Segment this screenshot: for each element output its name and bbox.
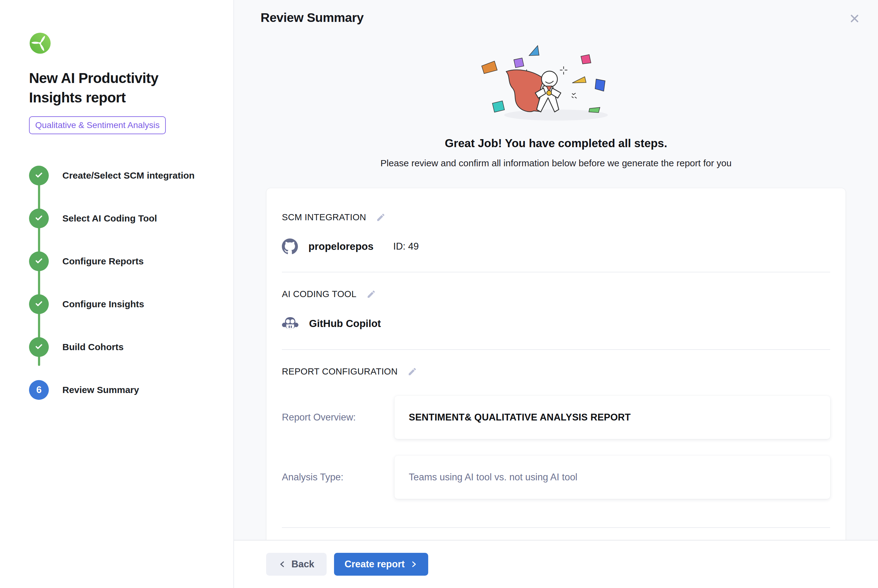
review-summary-card: SCM INTEGRATION propelorepos ID: 49 AI C… [266,188,846,540]
github-copilot-icon [282,315,299,332]
chevron-right-icon [410,560,418,568]
step-active-circle: 6 [29,380,49,400]
step-done-circle [29,251,49,271]
wizard-footer: Back Create report [234,540,878,588]
edit-scm-pencil-icon[interactable] [376,213,386,222]
step-label: Configure Insights [62,299,144,309]
section-divider [282,272,830,272]
analysis-type-value: Teams using AI tool vs. not using AI too… [395,456,830,499]
step-review-summary[interactable]: 6 Review Summary [29,380,216,400]
step-select-ai-coding-tool[interactable]: Select AI Coding Tool [29,208,216,228]
create-report-button-label: Create report [344,559,405,570]
analysis-type-badge: Qualitative & Sentiment Analysis [29,116,166,134]
back-button-label: Back [292,559,314,570]
step-configure-reports[interactable]: Configure Reports [29,251,216,271]
ai-coding-tool-row: GitHub Copilot [282,315,830,332]
report-overview-row: Report Overview: SENTIMENT& QUALITATIVE … [282,396,830,439]
analysis-type-row: Analysis Type: Teams using AI tool vs. n… [282,456,830,499]
report-wizard-title: New AI Productivity Insights report [29,69,186,108]
step-done-circle [29,294,49,314]
report-configuration-label: REPORT CONFIGURATION [282,366,398,376]
close-icon[interactable] [846,10,863,27]
scm-integration-row: propelorepos ID: 49 [282,238,830,255]
step-done-circle [29,208,49,228]
step-label: Create/Select SCM integration [62,170,194,181]
report-overview-label: Report Overview: [282,412,395,423]
step-build-cohorts[interactable]: Build Cohorts [29,337,216,357]
check-icon [34,170,44,181]
back-button[interactable]: Back [266,553,327,576]
wizard-sidebar: New AI Productivity Insights report Qual… [0,0,234,588]
scm-integration-id: ID: 49 [393,241,419,252]
check-icon [34,342,44,352]
congrats-subheading: Please review and confirm all informatio… [266,158,846,168]
step-label: Configure Reports [62,256,144,267]
check-icon [34,213,44,224]
step-label: Select AI Coding Tool [62,213,157,224]
chevron-left-icon [278,560,287,568]
wizard-stepper: Create/Select SCM integration Select AI … [29,166,216,400]
scm-integration-name: propelorepos [308,241,374,252]
review-summary-panel: Review Summary [234,0,878,588]
section-divider [282,349,830,350]
step-create-select-scm[interactable]: Create/Select SCM integration [29,166,216,185]
step-configure-insights[interactable]: Configure Insights [29,294,216,314]
section-divider [282,527,830,528]
step-done-circle [29,337,49,357]
check-icon [34,298,44,310]
celebration-illustration [266,38,846,135]
propeller-logo-icon [29,32,51,54]
report-overview-value: SENTIMENT& QUALITATIVE ANALYSIS REPORT [395,396,830,439]
step-label: Build Cohorts [62,342,123,352]
step-done-circle [29,166,49,185]
create-report-button[interactable]: Create report [334,553,428,576]
step-number: 6 [36,384,41,396]
edit-report-config-pencil-icon[interactable] [407,367,417,376]
step-label: Review Summary [62,385,139,395]
ai-coding-tool-name: GitHub Copilot [309,318,381,330]
check-icon [34,256,44,267]
analysis-type-label: Analysis Type: [282,472,395,483]
congrats-heading: Great Job! You have completed all steps. [266,137,846,150]
scm-integration-label: SCM INTEGRATION [282,212,366,222]
page-title: Review Summary [260,10,364,25]
ai-coding-tool-label: AI CODING TOOL [282,289,356,299]
github-icon [282,238,298,255]
edit-ai-tool-pencil-icon[interactable] [367,290,376,299]
